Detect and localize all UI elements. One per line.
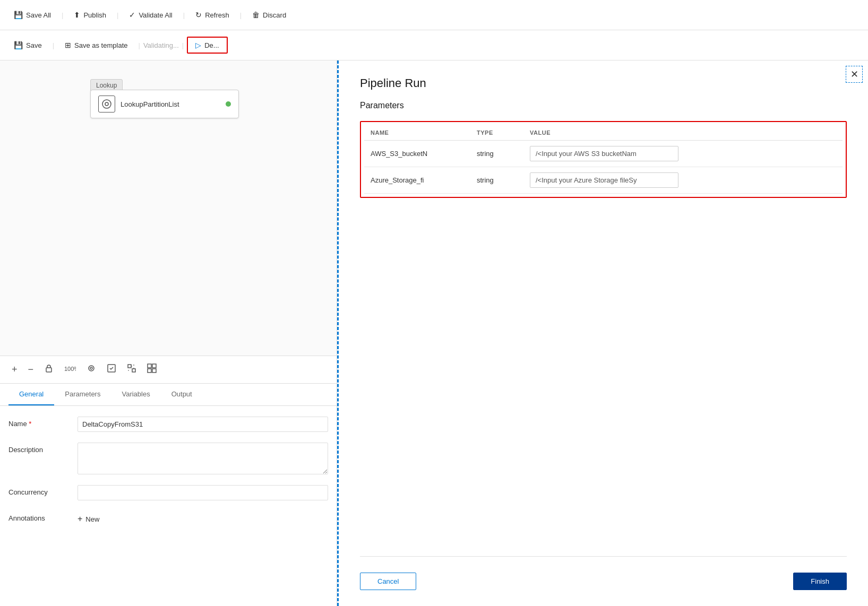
main-area: Lookup LookupPartitionList + [0,60,868,606]
zoom-in-button[interactable]: + [8,362,21,377]
name-input[interactable] [78,417,328,432]
refresh-label: Refresh [205,11,229,19]
select-button[interactable] [104,361,119,378]
publish-button[interactable]: ⬆ Publish [66,7,114,22]
properties-panel: General Parameters Variables Output [0,383,337,606]
cancel-button[interactable]: Cancel [360,573,416,590]
svg-point-5 [90,367,92,369]
dialog-subtitle: Parameters [360,101,847,110]
finish-button[interactable]: Finish [793,573,847,590]
new-annotation-button[interactable]: + New [78,511,99,527]
dialog-title: Pipeline Run [360,76,847,90]
close-icon: ✕ [850,68,858,80]
refresh-icon: ↻ [195,11,202,19]
play-icon: ▷ [195,41,201,49]
save-all-icon: 💾 [14,11,23,19]
tab-variables[interactable]: Variables [111,384,160,405]
param-value-cell-1 [523,141,843,167]
svg-rect-2 [46,368,51,372]
save-all-button[interactable]: 💾 Save All [6,7,58,22]
refresh-button[interactable]: ↻ Refresh [188,7,237,22]
param-name-2: Azure_Storage_fi [364,167,470,194]
lock-button[interactable] [41,361,57,378]
node-icon [98,96,115,112]
svg-rect-11 [148,369,151,373]
validating-text: Validating... [143,41,179,49]
tab-parameters[interactable]: Parameters [54,384,111,405]
canvas-area[interactable]: Lookup LookupPartitionList [0,60,337,356]
col-type-header: TYPE [470,125,523,141]
publish-icon: ⬆ [74,11,80,19]
properties-content: Name * Description Concurrency A [0,406,337,548]
param-row-1: AWS_S3_bucketN string [364,141,843,167]
group-button[interactable] [144,361,160,378]
svg-point-0 [102,100,111,108]
save-as-template-label: Save as template [74,41,127,49]
fit-100-button[interactable]: 100% [61,362,79,377]
param-row-2: Azure_Storage_fi string [364,167,843,194]
top-toolbar: 💾 Save All | ⬆ Publish | ✓ Validate All … [0,0,868,30]
description-input[interactable] [78,443,328,474]
validate-all-button[interactable]: ✓ Validate All [122,7,179,22]
arrange-button[interactable] [124,361,140,378]
svg-rect-10 [152,364,156,368]
save-button[interactable]: 💾 Save [6,38,49,53]
dialog-footer: Cancel Finish [360,556,847,590]
params-value-wrapper: NAME TYPE VALUE AWS_S3_bucketN string [360,121,847,198]
pipeline-run-dialog: ✕ Pipeline Run Parameters NAME TYPE VALU… [337,60,868,606]
concurrency-row: Concurrency [8,485,328,500]
params-table: NAME TYPE VALUE AWS_S3_bucketN string [364,125,843,194]
left-panel: Lookup LookupPartitionList + [0,60,337,606]
concurrency-label: Concurrency [8,485,78,496]
save-label: Save [26,41,42,49]
svg-point-1 [105,102,108,106]
param-type-1: string [470,141,523,167]
discard-icon: 🗑 [252,11,260,19]
save-as-template-button[interactable]: ⊞ Save as template [57,38,135,53]
discard-button[interactable]: 🗑 Discard [245,7,294,22]
param-name-1: AWS_S3_bucketN [364,141,470,167]
close-button[interactable]: ✕ [846,66,863,83]
zoom-out-button[interactable]: − [25,362,37,377]
concurrency-input[interactable] [78,485,328,500]
col-name-header: NAME [364,125,470,141]
annotations-row: Annotations + New [8,511,328,527]
tab-output[interactable]: Output [161,384,203,405]
canvas-toolbar: + − 100% [0,356,337,383]
template-icon: ⊞ [65,41,71,49]
debug-label: De... [204,41,219,49]
second-toolbar: 💾 Save | ⊞ Save as template | Validating… [0,30,868,60]
name-label: Name * [8,417,78,428]
param-type-2: string [470,167,523,194]
param-value-input-1[interactable] [530,146,678,161]
svg-rect-12 [152,369,156,373]
svg-text:100%: 100% [64,366,76,372]
description-label: Description [8,443,78,454]
tab-general[interactable]: General [8,384,54,405]
param-value-input-2[interactable] [530,172,678,188]
save-all-label: Save All [26,11,51,19]
node-status [226,101,231,107]
col-value-header: VALUE [523,125,843,141]
properties-tabs: General Parameters Variables Output [0,384,337,406]
svg-rect-7 [128,365,131,368]
validate-all-label: Validate All [139,11,172,19]
description-row: Description [8,443,328,474]
node-label: LookupPartitionList [121,100,179,108]
save-icon: 💾 [14,41,23,49]
debug-button[interactable]: ▷ De... [187,37,227,54]
validate-icon: ✓ [129,11,135,19]
svg-rect-8 [132,369,135,372]
param-value-cell-2 [523,167,843,194]
svg-rect-9 [148,364,151,368]
discard-label: Discard [263,11,286,19]
svg-point-4 [89,366,94,371]
plus-icon: + [78,514,82,524]
name-row: Name * [8,417,328,432]
fit-view-button[interactable] [83,361,99,378]
activity-node[interactable]: LookupPartitionList [90,90,239,118]
publish-label: Publish [83,11,106,19]
annotations-label: Annotations [8,511,78,522]
